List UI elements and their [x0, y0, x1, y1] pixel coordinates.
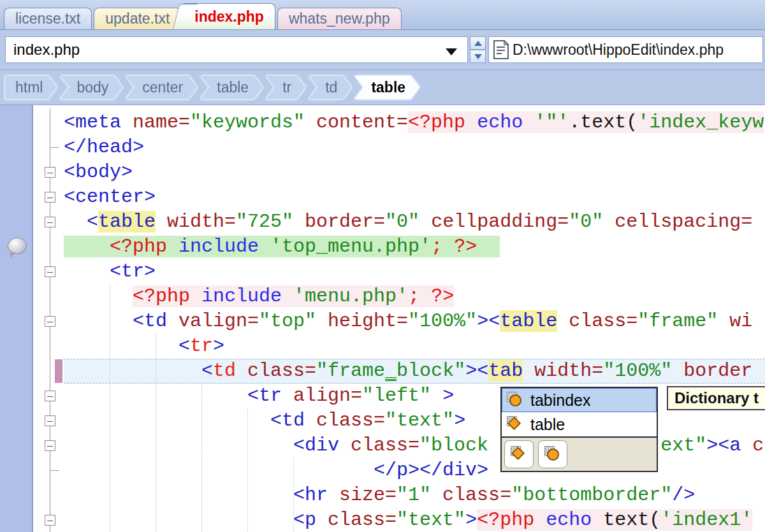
fold-toggle[interactable]	[45, 391, 55, 401]
code-token: tr	[190, 335, 213, 357]
breadcrumb-item-table[interactable]: table	[200, 76, 263, 99]
code-token: echo	[477, 111, 534, 133]
filter-tag-button[interactable]	[504, 440, 534, 468]
tab-license-txt[interactable]: license.txt	[4, 8, 92, 29]
code-token: ext"	[660, 435, 706, 456]
fold-toggle[interactable]	[45, 515, 55, 526]
filter-attribute-button[interactable]	[538, 440, 567, 468]
tab-update-txt[interactable]: update.txt	[94, 8, 181, 29]
spin-up-button[interactable]	[470, 36, 486, 50]
code-line[interactable]: <body>	[64, 160, 765, 185]
toolbar: index.php D:\wwwroot\HippoEdit\index.php	[0, 30, 765, 70]
file-path-display[interactable]: D:\wwwroot\HippoEdit\index.php	[488, 36, 763, 63]
code-token: border	[672, 360, 752, 382]
code-line[interactable]: </p></div>	[64, 458, 765, 483]
breadcrumb-item-tr[interactable]: tr	[266, 76, 305, 99]
code-token: table	[98, 211, 156, 233]
code-token: echo	[546, 509, 603, 531]
code-line[interactable]: <td class="frame_block"><tab width="100%…	[64, 359, 765, 384]
code-token: class=	[351, 435, 419, 456]
code-token: <hr	[64, 484, 339, 506]
code-token: <body>	[64, 161, 133, 183]
code-line[interactable]: <td class="text">	[64, 408, 765, 433]
chevron-down-icon[interactable]	[446, 48, 457, 55]
fold-toggle[interactable]	[45, 217, 55, 227]
code-line[interactable]: <meta name="keywords" content=<?php echo…	[64, 110, 765, 135]
tab-whats-new-php[interactable]: whats_new.php	[277, 8, 402, 29]
fold-toggle[interactable]	[45, 192, 55, 203]
code-token	[477, 236, 500, 257]
code-line[interactable]: <td valign="top" height="100%"><table cl…	[64, 309, 765, 334]
breadcrumb-label: center	[142, 79, 183, 96]
code-token: <?php	[110, 236, 178, 257]
code-token: <p	[64, 509, 328, 531]
tag-icon	[507, 416, 523, 433]
code-token: "1"	[397, 484, 431, 506]
code-token: 'menu.php'	[293, 285, 408, 307]
code-token: "text"	[397, 509, 465, 531]
tab-index-php[interactable]: index.php	[183, 3, 275, 29]
breadcrumb-item-wrap: html	[5, 76, 57, 99]
breadcrumb-item-center[interactable]: center	[126, 76, 197, 99]
breadcrumb-item-table[interactable]: table	[354, 76, 419, 99]
fold-toggle[interactable]	[45, 415, 55, 426]
code-area[interactable]: <meta name="keywords" content=<?php echo…	[64, 110, 765, 532]
breadcrumb-label: tr	[282, 79, 291, 96]
code-line[interactable]: <center>	[64, 185, 765, 210]
code-token: <?php	[133, 285, 201, 307]
fold-toggle[interactable]	[45, 266, 55, 277]
hippoedit-window: license.txtupdate.txtindex.phpwhats_new.…	[0, 0, 765, 532]
code-line[interactable]: <tr align="left" >	[64, 384, 765, 408]
fold-toggle[interactable]	[45, 440, 55, 451]
code-token: >	[431, 385, 454, 406]
fold-toggle[interactable]	[45, 316, 55, 327]
code-token: include	[201, 285, 293, 307]
fold-toggle[interactable]	[45, 167, 55, 178]
code-token: "0"	[569, 211, 603, 233]
breadcrumb-item-body[interactable]: body	[60, 76, 122, 99]
code-token: table	[500, 310, 557, 332]
code-token: align=	[293, 385, 362, 406]
code-line[interactable]: <table width="725" border="0" cellpaddin…	[64, 210, 765, 234]
code-token: 'index1'	[660, 509, 752, 531]
code-token: "left"	[362, 385, 431, 406]
code-token: <center>	[64, 186, 156, 208]
code-token: "725"	[236, 211, 293, 233]
code-token: height=	[316, 310, 408, 332]
code-token: border=	[293, 211, 385, 233]
code-token: <tr	[64, 385, 293, 406]
code-line[interactable]: <div class="blockext"><a c	[64, 433, 765, 458]
spin-down-button[interactable]	[470, 50, 486, 63]
breadcrumb-label: td	[325, 79, 337, 96]
tag-icon	[511, 446, 527, 463]
bookmark-bubble-icon	[8, 238, 27, 254]
tab-label: whats_new.php	[289, 10, 390, 27]
code-line[interactable]: <tr>	[64, 259, 765, 284]
code-token: class=	[557, 310, 638, 332]
completion-item-table[interactable]: table	[502, 412, 657, 436]
breadcrumb-item-wrap: table	[354, 76, 419, 99]
breadcrumb-item-wrap: table	[200, 76, 263, 99]
code-token: <	[64, 360, 213, 382]
code-token: tab	[488, 360, 523, 382]
code-line[interactable]: <tr>	[64, 334, 765, 359]
code-token: "0"	[385, 211, 419, 233]
completion-item-tabindex[interactable]: tabindex	[502, 388, 657, 412]
code-line[interactable]: <?php include 'top_menu.php'; ?>	[64, 234, 765, 259]
code-line[interactable]: </head>	[64, 135, 765, 160]
breadcrumb-item-td[interactable]: td	[309, 76, 351, 99]
code-token: "bottomborder"	[511, 484, 672, 506]
code-token: "keywords"	[190, 111, 305, 133]
code-line[interactable]: <p class="text"><?php echo text('index1'	[64, 508, 765, 532]
tab-label: license.txt	[15, 10, 80, 27]
code-fragment: ext"><a c	[660, 433, 764, 458]
code-token: wi	[718, 310, 752, 332]
fold-tick	[50, 470, 59, 471]
code-line[interactable]: <hr size="1" class="bottomborder"/>	[64, 483, 765, 508]
breadcrumb-item-html[interactable]: html	[5, 76, 57, 99]
code-token: '"'	[534, 111, 569, 133]
code-token: >	[465, 509, 477, 531]
code-line[interactable]: <?php include 'menu.php'; ?>	[64, 284, 765, 309]
code-token: "text"	[385, 410, 454, 431]
file-selector-combobox[interactable]: index.php	[5, 36, 468, 63]
